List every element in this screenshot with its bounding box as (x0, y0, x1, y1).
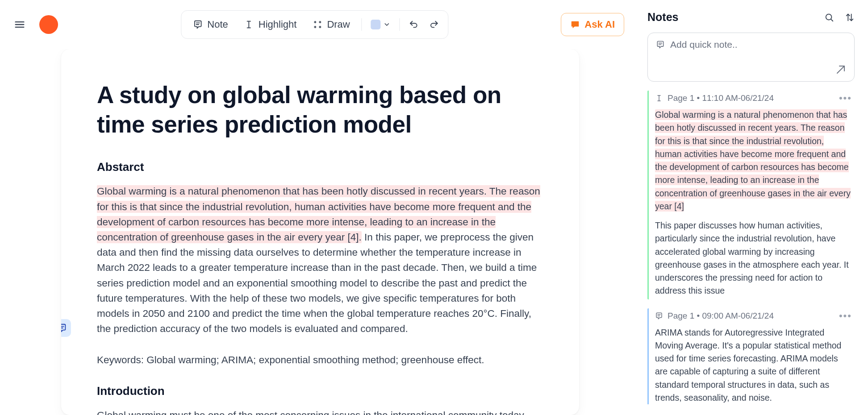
main-column: Note Highlight Draw (0, 0, 640, 415)
ask-ai-label: Ask AI (584, 19, 615, 30)
color-swatch-icon (371, 20, 381, 29)
hamburger-menu-button[interactable] (11, 16, 29, 33)
notes-sidebar: Notes Add quick note.. (640, 0, 868, 415)
draw-tool-label: Draw (327, 19, 350, 30)
quick-note-input[interactable]: Add quick note.. (647, 33, 855, 82)
svg-line-14 (837, 66, 844, 73)
note-meta: Page 1 • 09:00 AM-06/21/24 (668, 311, 774, 321)
document-viewport[interactable]: A study on global warming based on time … (0, 49, 640, 415)
send-icon[interactable] (835, 64, 846, 75)
note-highlight-text: Global warming is a natural phenomenon t… (655, 108, 852, 213)
top-bar: Note Highlight Draw (0, 0, 640, 49)
comment-marker-button[interactable] (61, 319, 71, 337)
note-item-header: Page 1 • 09:00 AM-06/21/24 ••• (655, 310, 852, 322)
note-icon (193, 20, 203, 29)
note-list: Page 1 • 11:10 AM-06/21/24 ••• Global wa… (647, 91, 855, 404)
app-root: Note Highlight Draw (0, 0, 868, 415)
note-item-header: Page 1 • 11:10 AM-06/21/24 ••• (655, 92, 852, 104)
app-logo (39, 15, 58, 34)
chat-filled-icon (570, 20, 580, 29)
quick-note-placeholder: Add quick note.. (670, 39, 738, 50)
redo-icon (430, 20, 439, 29)
abstract-paragraph: Global warming is a natural phenomenon t… (97, 184, 543, 336)
color-picker-button[interactable] (367, 15, 394, 34)
draw-icon (313, 20, 322, 29)
draw-tool-button[interactable]: Draw (306, 14, 356, 35)
sort-icon[interactable] (845, 12, 855, 22)
undo-button[interactable] (405, 15, 422, 34)
highlight-tool-label: Highlight (259, 19, 297, 30)
highlight-tool-button[interactable]: Highlight (238, 14, 303, 35)
abstract-heading: Abstarct (97, 160, 543, 174)
highlight-icon (244, 20, 254, 29)
note-item[interactable]: Page 1 • 09:00 AM-06/21/24 ••• ARIMA sta… (647, 308, 855, 405)
note-highlight-span: Global warming is a natural phenomenon t… (655, 109, 851, 212)
note-summary-text: This paper discusses how human activitie… (655, 219, 852, 298)
redo-button[interactable] (426, 15, 443, 34)
note-tool-button[interactable]: Note (187, 14, 234, 35)
annotation-toolbar: Note Highlight Draw (181, 10, 448, 39)
note-meta: Page 1 • 11:10 AM-06/21/24 (668, 93, 774, 103)
sidebar-header: Notes (647, 11, 855, 24)
svg-line-11 (831, 19, 833, 21)
note-more-button[interactable]: ••• (839, 92, 852, 104)
keywords-line: Keywords: Global warming; ARIMA; exponen… (97, 353, 543, 368)
document-page: A study on global warming based on time … (61, 49, 579, 415)
note-item[interactable]: Page 1 • 11:10 AM-06/21/24 ••• Global wa… (647, 91, 855, 299)
introduction-paragraph: Global warming must be one of the most c… (97, 408, 543, 415)
comment-icon (61, 323, 67, 333)
undo-icon (409, 20, 419, 29)
search-icon[interactable] (824, 12, 834, 22)
highlight-icon (655, 94, 663, 102)
chevron-down-icon (384, 21, 391, 28)
toolbar-separator (400, 18, 400, 31)
note-summary-text: ARIMA stands for Autoregressive Integrat… (655, 326, 852, 405)
sidebar-title: Notes (647, 11, 678, 24)
note-icon (656, 40, 665, 49)
introduction-heading: Introduction (97, 384, 543, 398)
toolbar-separator (362, 18, 362, 31)
note-icon (655, 312, 663, 320)
ask-ai-button[interactable]: Ask AI (561, 13, 624, 36)
sidebar-actions (824, 12, 855, 22)
abstract-rest-text: In this paper, we preprocess the given d… (97, 232, 537, 334)
note-tool-label: Note (207, 19, 228, 30)
hamburger-icon (13, 18, 26, 31)
document-title: A study on global warming based on time … (97, 80, 543, 139)
note-more-button[interactable]: ••• (839, 310, 852, 322)
